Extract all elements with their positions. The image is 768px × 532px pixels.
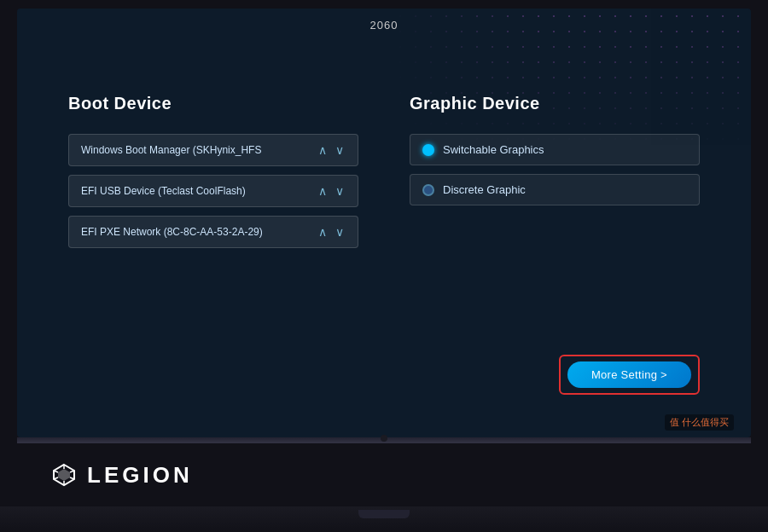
svg-marker-1 xyxy=(58,469,70,481)
arrow-down-2[interactable]: ∨ xyxy=(334,225,346,239)
more-setting-wrapper: More Setting > xyxy=(559,355,700,395)
legion-logo: LEGION xyxy=(51,462,193,489)
arrow-down-0[interactable]: ∨ xyxy=(334,143,346,157)
more-setting-button[interactable]: More Setting > xyxy=(567,361,691,388)
arrow-up-2[interactable]: ∧ xyxy=(317,225,329,239)
hinge xyxy=(17,437,751,444)
graphic-item-discrete-label: Discrete Graphic xyxy=(443,183,526,196)
arrow-down-1[interactable]: ∨ xyxy=(334,184,346,198)
radio-switchable xyxy=(422,144,434,156)
hinge-notch xyxy=(381,435,387,442)
boot-item-1-label: EFI USB Device (Teclast CoolFlash) xyxy=(81,185,308,197)
laptop-shell: 2060 Boot Device Windows Boot Manager (S… xyxy=(0,0,768,532)
graphic-item-switchable-label: Switchable Graphics xyxy=(443,143,544,156)
boot-item-2[interactable]: EFI PXE Network (8C-8C-AA-53-2A-29) ∧ ∨ xyxy=(68,216,358,248)
top-bar: 2060 xyxy=(17,19,751,32)
boot-section: Boot Device Windows Boot Manager (SKHyni… xyxy=(68,94,358,403)
bios-screen: 2060 Boot Device Windows Boot Manager (S… xyxy=(17,9,751,437)
boot-item-2-arrows: ∧ ∨ xyxy=(317,225,346,239)
graphic-section-title: Graphic Device xyxy=(410,94,700,113)
legion-text: LEGION xyxy=(87,462,193,489)
more-setting-highlight-box: More Setting > xyxy=(559,355,700,395)
graphic-item-discrete[interactable]: Discrete Graphic xyxy=(410,174,700,205)
boot-item-2-label: EFI PXE Network (8C-8C-AA-53-2A-29) xyxy=(81,226,308,238)
boot-item-1-arrows: ∧ ∨ xyxy=(317,184,346,198)
boot-section-title: Boot Device xyxy=(68,94,358,113)
boot-item-0-arrows: ∧ ∨ xyxy=(317,143,346,157)
arrow-up-0[interactable]: ∧ xyxy=(317,143,329,157)
boot-item-0-label: Windows Boot Manager (SKHynix_HFS xyxy=(81,144,308,156)
boot-item-1[interactable]: EFI USB Device (Teclast CoolFlash) ∧ ∨ xyxy=(68,175,358,207)
bottom-bar: LEGION xyxy=(17,443,751,506)
radio-discrete xyxy=(422,184,434,196)
notch xyxy=(358,510,410,518)
legion-icon xyxy=(51,462,77,488)
watermark: 值 什么值得买 xyxy=(665,414,734,431)
arrow-up-1[interactable]: ∧ xyxy=(317,184,329,198)
model-number: 2060 xyxy=(370,19,399,32)
graphic-item-switchable[interactable]: Switchable Graphics xyxy=(410,134,700,165)
chassis xyxy=(0,506,768,532)
boot-item-0[interactable]: Windows Boot Manager (SKHynix_HFS ∧ ∨ xyxy=(68,134,358,166)
